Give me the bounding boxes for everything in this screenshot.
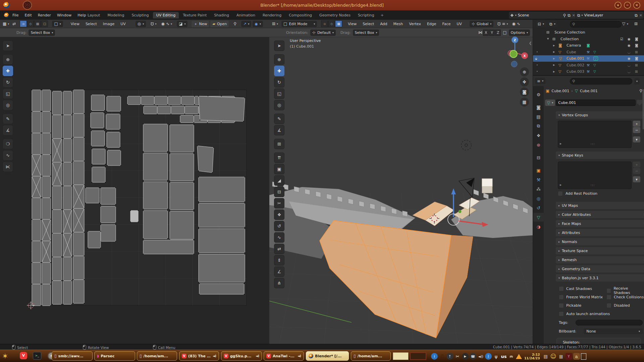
workspace-tab-texture-paint[interactable]: Texture Paint: [179, 12, 210, 18]
uv-open-image-button[interactable]: ▰Open: [210, 21, 229, 27]
tray-keyboard-layout[interactable]: us: [500, 353, 507, 360]
tray-phone-icon[interactable]: ☎: [470, 353, 476, 360]
uv-pivot-dropdown[interactable]: ◎▾: [136, 21, 146, 27]
expand-arrow[interactable]: ▶: [553, 70, 555, 73]
sidebar-collapse-chevron[interactable]: ❮: [529, 41, 532, 45]
mirror-axis-y[interactable]: Y: [489, 29, 495, 36]
tab-data[interactable]: ▽: [533, 213, 544, 222]
workspace-tab-geometry-nodes[interactable]: Geometry Nodes: [316, 12, 354, 18]
eye-toggle[interactable]: ◉: [628, 44, 631, 47]
uv-sync-select-icon[interactable]: ⇄: [12, 21, 16, 26]
properties-pin-icon[interactable]: ⚲: [639, 88, 642, 93]
object-name[interactable]: Scene Collection: [554, 30, 585, 35]
render-toggle[interactable]: ◙: [635, 37, 638, 41]
outliner-row-scene collection[interactable]: ⊟Scene Collection: [533, 29, 644, 36]
uv-tool-7[interactable]: ∡: [3, 125, 13, 135]
workspace-tab-compositing[interactable]: Compositing: [285, 12, 315, 18]
specials-arrow[interactable]: ▶: [560, 142, 561, 145]
tags-input[interactable]: [576, 320, 643, 325]
pan-hand-button[interactable]: ✥: [520, 77, 529, 86]
uv-falloff-icon[interactable]: ∿: [166, 21, 169, 26]
uv-tool-9[interactable]: ∿: [3, 150, 13, 161]
launcher-vivaldi-icon[interactable]: V: [20, 352, 27, 359]
proportional-icon[interactable]: ◉: [512, 21, 515, 26]
viewport-tool-8[interactable]: ⊞: [274, 139, 284, 149]
mesh-name-field[interactable]: Cube.001: [556, 100, 636, 106]
new-collection-icon[interactable]: ⊞: [634, 21, 638, 26]
uv-drag-mode-dropdown[interactable]: Select Box▾: [29, 29, 55, 36]
viewport-tool-11[interactable]: ◢: [274, 175, 284, 186]
viewport-tool-17[interactable]: ⇄: [274, 244, 284, 254]
render-toggle[interactable]: ◙: [635, 44, 638, 47]
outliner-search-input[interactable]: ⚲: [570, 21, 622, 27]
gizmo-y-handle[interactable]: [459, 210, 462, 213]
panel-texture-space[interactable]: ▸Texture Space∷∷: [556, 247, 644, 254]
properties-editor-type-dropdown[interactable]: ≡▾: [535, 78, 545, 84]
tab-render[interactable]: ◙: [533, 103, 544, 112]
viewport-tool-14[interactable]: ❖: [274, 209, 284, 220]
snap-icon[interactable]: Ω: [497, 21, 500, 26]
workspace-tab-rendering[interactable]: Rendering: [259, 12, 285, 18]
shape-keys-list[interactable]: [558, 162, 632, 189]
checkbox[interactable]: [606, 295, 611, 300]
breadcrumb-data[interactable]: Cube.001: [580, 89, 598, 93]
tab-world[interactable]: ⊛: [533, 140, 544, 149]
camera-view-button[interactable]: ◙: [520, 87, 529, 97]
launcher-favorites-icon[interactable]: ✶: [2, 352, 8, 360]
viewport-select-mode-face[interactable]: ▨: [335, 20, 342, 27]
shape-keys-list-remove-button[interactable]: −: [633, 168, 640, 174]
tab-view-layer[interactable]: ⧉: [533, 122, 544, 130]
vertex-groups-list[interactable]: [558, 121, 632, 148]
panel-shape-keys[interactable]: ▾Shape Keys∷∷: [556, 152, 644, 159]
viewport-tool-2[interactable]: ✚: [274, 66, 284, 76]
mesh-id-dropdown[interactable]: ▽▾: [545, 100, 555, 106]
tab-object[interactable]: ▣: [533, 166, 544, 175]
uv-select-mode-edge[interactable]: ◇: [27, 20, 34, 27]
workspace-tab-uv-editing[interactable]: UV Editing: [153, 12, 179, 18]
tray-bluetooth-icon[interactable]: ᛒ: [485, 353, 492, 360]
uv-image-browse-dropdown[interactable]: ◪▾: [177, 21, 187, 27]
scene-canvas[interactable]: [269, 37, 533, 344]
orientation-dropdown[interactable]: ⊹Default▾: [310, 29, 336, 36]
mode-dropdown[interactable]: □Edit Mode▾: [281, 21, 317, 27]
tray-info-icon[interactable]: i: [431, 353, 438, 360]
viewport-menu-face[interactable]: Face: [439, 22, 454, 26]
uv-tool-0[interactable]: ➤: [3, 41, 13, 51]
tab-material[interactable]: ◑: [533, 222, 544, 231]
panel-remesh[interactable]: ▸Remesh∷∷: [556, 256, 644, 263]
launcher-terminal-icon[interactable]: >_: [33, 352, 41, 360]
checkbox[interactable]: [559, 311, 564, 316]
object-name[interactable]: Cube.001: [567, 56, 584, 61]
viewport-tool-15[interactable]: ↺: [274, 221, 284, 231]
axis-ball-y[interactable]: [510, 50, 517, 58]
viewport-tool-3[interactable]: ↻: [274, 77, 284, 87]
workspace-pager-1[interactable]: [393, 352, 409, 360]
tab-collection[interactable]: ⊟: [533, 153, 544, 162]
uv-tool-10[interactable]: ⋉: [3, 162, 13, 172]
window-menu-button[interactable]: ▾: [614, 2, 622, 9]
add-rest-position-checkbox[interactable]: [558, 191, 563, 196]
menu-file[interactable]: File: [9, 13, 21, 17]
viewport-tool-13[interactable]: ✂: [274, 198, 284, 208]
viewport-tool-9[interactable]: ⇈: [274, 153, 284, 163]
menu-render[interactable]: Render: [35, 13, 54, 17]
remove-viewlayer-icon[interactable]: ×: [639, 13, 642, 17]
tray-scissors-icon[interactable]: ✂: [454, 353, 461, 360]
checkbox[interactable]: [559, 286, 564, 291]
viewport-editor-type-icon[interactable]: ⊞: [272, 21, 275, 26]
navigation-gizmo[interactable]: ZX: [497, 33, 533, 70]
tray-warning-icon[interactable]: [516, 354, 522, 359]
viewport-select-mode-edge[interactable]: ◇: [328, 20, 335, 27]
pin-icon[interactable]: ⚲: [563, 13, 566, 18]
uv-tool-5[interactable]: ◎: [3, 100, 13, 110]
tab-constraints[interactable]: ↺: [533, 203, 544, 212]
expand-arrow[interactable]: ▶: [553, 64, 555, 66]
viewport-tool-16[interactable]: ∿: [274, 232, 284, 243]
uv-pin-icon[interactable]: ⚲: [233, 21, 236, 26]
object-name[interactable]: Camera: [567, 43, 581, 48]
outliner-display-mode-dropdown[interactable]: ⊟▾: [536, 21, 546, 27]
workspace-tab-sculpting[interactable]: Sculpting: [128, 12, 152, 18]
outliner-row-collection[interactable]: ▼⊟Collection☑◉◙: [533, 36, 644, 42]
billboard-dropdown[interactable]: None▾: [584, 328, 643, 334]
panel-uv-maps[interactable]: ▸UV Maps∷∷: [556, 202, 644, 209]
